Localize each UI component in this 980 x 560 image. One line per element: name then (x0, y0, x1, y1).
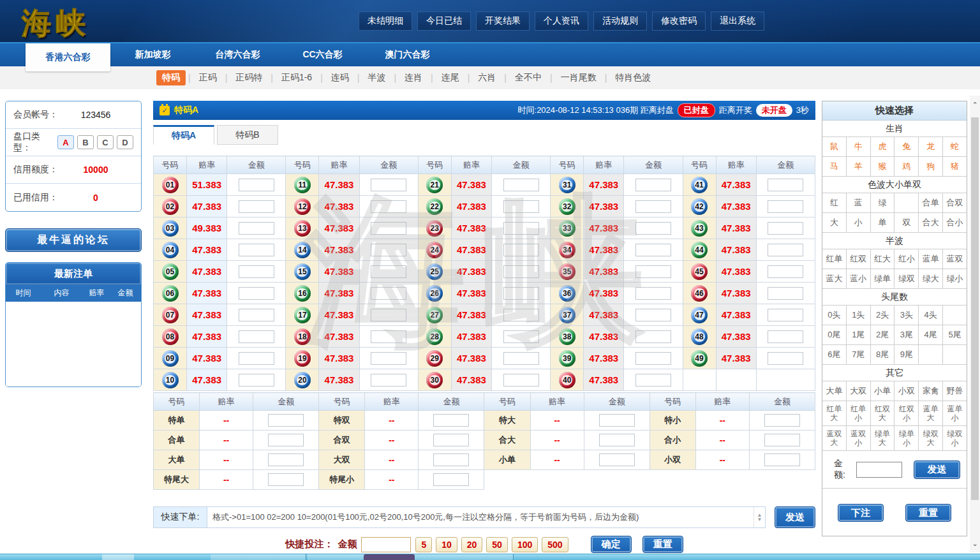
subnav-item-正码特[interactable]: 正码特 (230, 70, 268, 85)
quick-cell-绿[interactable]: 绿 (871, 193, 895, 212)
qs-amount-input[interactable] (856, 462, 902, 478)
amount-input-01[interactable] (239, 179, 274, 191)
quick-cell-合双[interactable]: 合双 (943, 193, 967, 212)
lottery-ball-48[interactable]: 48 (691, 328, 708, 345)
lottery-ball-39[interactable]: 39 (559, 350, 575, 367)
lottery-ball-37[interactable]: 37 (559, 307, 575, 323)
amount-input-13[interactable] (371, 222, 406, 235)
subnav-item-半波[interactable]: 半波 (362, 70, 391, 85)
amount-input-17[interactable] (371, 309, 406, 321)
amount-input-26[interactable] (503, 287, 539, 300)
quick-cell-绿小[interactable]: 绿小 (943, 269, 967, 288)
amount-input-38[interactable] (635, 330, 671, 343)
bet-amount-input-合大[interactable] (599, 434, 635, 446)
amount-input-18[interactable] (371, 330, 406, 343)
bet-amount-input-特双[interactable] (433, 414, 469, 427)
quick-cell-猴[interactable]: 猴 (871, 157, 895, 176)
amount-input-46[interactable] (768, 287, 803, 300)
lottery-ball-11[interactable]: 11 (294, 177, 311, 193)
bet-amount-input-特尾大[interactable] (268, 473, 304, 486)
quick-cell-绿双小[interactable]: 绿双小 (943, 426, 967, 450)
spinner-icon[interactable]: ▲▼ (754, 507, 765, 527)
quick-cell-4尾[interactable]: 4尾 (919, 325, 943, 344)
quick-cell-3头[interactable]: 3头 (895, 306, 919, 325)
amount-chip-50[interactable]: 50 (486, 537, 508, 552)
quick-cell-绿大[interactable]: 绿大 (919, 269, 943, 288)
bet-amount-input-小单[interactable] (599, 453, 635, 466)
amount-input-11[interactable] (371, 179, 406, 191)
top-menu-退出系统[interactable]: 退出系统 (711, 11, 764, 31)
amount-input-42[interactable] (768, 200, 803, 213)
quick-cell-羊[interactable]: 羊 (847, 157, 871, 176)
lottery-ball-04[interactable]: 04 (162, 242, 179, 258)
quick-cell-2尾[interactable]: 2尾 (871, 325, 895, 344)
lottery-ball-02[interactable]: 02 (162, 198, 179, 215)
quick-cell-红单大[interactable]: 红单大 (822, 401, 847, 425)
quick-cell-红小[interactable]: 红小 (895, 249, 919, 269)
amount-input-20[interactable] (371, 374, 406, 387)
tab-特码B[interactable]: 特码B (217, 125, 278, 145)
amount-input-14[interactable] (371, 244, 406, 256)
lottery-ball-47[interactable]: 47 (691, 307, 708, 323)
amount-input-10[interactable] (239, 374, 274, 387)
quick-cell-狗[interactable]: 狗 (919, 157, 943, 176)
game-tab-澳门六合彩[interactable]: 澳门六合彩 (365, 43, 450, 66)
lottery-ball-08[interactable]: 08 (162, 328, 179, 345)
lottery-ball-09[interactable]: 09 (162, 350, 179, 367)
quick-cell-5尾[interactable]: 5尾 (943, 325, 967, 344)
subnav-item-特肖色波[interactable]: 特肖色波 (609, 70, 657, 85)
quick-order-send-button[interactable]: 发送 (775, 506, 815, 528)
bet-amount-input-合小[interactable] (764, 434, 800, 446)
lottery-ball-07[interactable]: 07 (162, 307, 179, 323)
quick-cell-3尾[interactable]: 3尾 (895, 325, 919, 344)
quick-cell-蓝双小[interactable]: 蓝双小 (847, 426, 871, 450)
amount-input-37[interactable] (635, 309, 671, 321)
bet-amount-input-特单[interactable] (268, 414, 304, 427)
place-bet-button[interactable]: 下注 (838, 504, 884, 522)
quick-cell-绿单[interactable]: 绿单 (871, 269, 895, 288)
top-menu-修改密码[interactable]: 修改密码 (652, 11, 706, 31)
lottery-ball-29[interactable]: 29 (426, 350, 443, 367)
lottery-ball-24[interactable]: 24 (426, 242, 443, 258)
lottery-ball-31[interactable]: 31 (559, 177, 575, 193)
quick-cell-绿双[interactable]: 绿双 (895, 269, 919, 288)
forum-button[interactable]: 最牛逼的论坛 (5, 228, 142, 252)
top-menu-活动规则[interactable]: 活动规则 (593, 11, 647, 31)
quick-cell-红[interactable]: 红 (822, 193, 847, 212)
amount-chip-500[interactable]: 500 (542, 537, 568, 552)
quick-cell-大双[interactable]: 大双 (847, 381, 871, 401)
quick-cell-红单[interactable]: 红单 (822, 249, 847, 269)
subnav-item-连肖[interactable]: 连肖 (399, 70, 428, 85)
subnav-item-六肖[interactable]: 六肖 (472, 70, 501, 85)
quick-cell-双[interactable]: 双 (895, 213, 919, 232)
top-menu-未结明细[interactable]: 未结明细 (359, 11, 412, 31)
confirm-button[interactable]: 确定 (591, 536, 632, 553)
quick-cell-小双[interactable]: 小双 (895, 381, 919, 401)
bet-amount-input-合双[interactable] (433, 434, 469, 446)
quick-order-input[interactable]: 格式->01=100 02=200 10=200(01号100元,02号200,… (207, 507, 754, 527)
amount-chip-20[interactable]: 20 (461, 537, 483, 552)
amount-input-49[interactable] (768, 352, 803, 365)
lottery-ball-06[interactable]: 06 (162, 285, 179, 302)
lottery-ball-25[interactable]: 25 (426, 263, 443, 280)
quick-cell-绿单小[interactable]: 绿单小 (895, 426, 919, 450)
amount-input-08[interactable] (239, 330, 274, 343)
subnav-item-一肖尾数[interactable]: 一肖尾数 (555, 70, 602, 85)
lottery-ball-45[interactable]: 45 (691, 263, 708, 280)
lottery-ball-28[interactable]: 28 (426, 328, 443, 345)
amount-input-35[interactable] (635, 265, 671, 278)
amount-input-12[interactable] (371, 200, 406, 213)
quick-bet-amount-input[interactable] (361, 537, 411, 552)
quick-cell-绿单大[interactable]: 绿单大 (871, 426, 895, 450)
quick-cell-虎[interactable]: 虎 (871, 137, 895, 156)
quick-cell-蓝双[interactable]: 蓝双 (943, 249, 967, 269)
quick-cell-兔[interactable]: 兔 (895, 137, 919, 156)
quick-cell-龙[interactable]: 龙 (919, 137, 943, 156)
amount-input-04[interactable] (239, 244, 274, 256)
qs-send-button[interactable]: 发送 (914, 461, 960, 479)
lottery-ball-12[interactable]: 12 (294, 198, 311, 215)
lottery-ball-34[interactable]: 34 (559, 242, 575, 258)
lottery-ball-13[interactable]: 13 (294, 220, 311, 237)
amount-input-28[interactable] (503, 330, 539, 343)
lottery-ball-10[interactable]: 10 (162, 372, 179, 388)
